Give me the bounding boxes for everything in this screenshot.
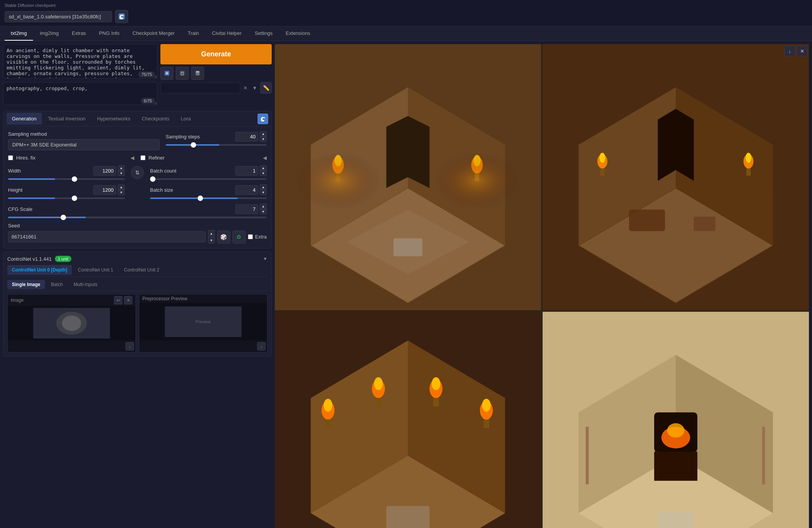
- batch-size-slider[interactable]: [150, 197, 267, 199]
- image-cell-1[interactable]: [275, 44, 541, 310]
- checkpoint-refresh-button[interactable]: [115, 10, 128, 23]
- cfg-scale-input[interactable]: [235, 204, 258, 214]
- negative-prompt-input[interactable]: photography, cropped, crop,: [3, 82, 157, 105]
- sub-tab-textual-inversion[interactable]: Textual Inversion: [43, 113, 91, 125]
- batch-size-down-button[interactable]: ▼: [260, 190, 267, 195]
- svg-rect-4: [196, 71, 199, 73]
- sub-tabs-refresh-button[interactable]: [257, 113, 268, 124]
- cfg-up-button[interactable]: ▲: [260, 204, 267, 209]
- style-input[interactable]: [160, 82, 240, 94]
- sampling-method-select[interactable]: DPM++ 3M SDE Exponential: [8, 139, 160, 150]
- delete-style-button[interactable]: [176, 67, 189, 80]
- image-grid: [275, 44, 809, 528]
- hires-fix-collapse[interactable]: ◀: [130, 155, 134, 161]
- image-cell-4[interactable]: [543, 312, 809, 528]
- batch-count-input[interactable]: [235, 166, 258, 176]
- tab-checkpoint-merger[interactable]: Checkpoint Merger: [126, 26, 181, 41]
- sub-tab-lora[interactable]: Lora: [175, 113, 196, 125]
- style-edit-button[interactable]: ✏️: [260, 82, 272, 94]
- sub-tab-checkpoints[interactable]: Checkpoints: [137, 113, 175, 125]
- swap-dimensions-button[interactable]: ⇅: [131, 166, 144, 179]
- tab-png-info[interactable]: PNG Info: [93, 26, 125, 41]
- cn-image-download-button[interactable]: ↓: [125, 342, 134, 350]
- cn-image-label: Image ↩ ✕: [8, 294, 135, 306]
- width-slider[interactable]: [8, 178, 125, 180]
- style-dropdown-button[interactable]: ▼: [251, 84, 259, 92]
- cn-single-image-tab[interactable]: Single Image: [7, 280, 45, 289]
- height-up-button[interactable]: ▲: [118, 184, 125, 190]
- refiner-label: Refiner: [149, 155, 165, 161]
- checkpoint-label: Stable Diffusion checkpoint: [5, 3, 807, 8]
- svg-rect-63: [586, 427, 589, 484]
- sampling-method-label: Sampling method: [8, 131, 160, 137]
- svg-text:Preview: Preview: [196, 319, 211, 324]
- svg-rect-62: [654, 452, 698, 481]
- hires-fix-label: Hires. fix: [16, 155, 36, 161]
- seed-extra-label: Extra: [255, 234, 267, 240]
- svg-marker-32: [658, 109, 694, 181]
- sub-tab-generation[interactable]: Generation: [7, 113, 42, 125]
- svg-point-56: [482, 399, 491, 412]
- sub-tab-hypernetworks[interactable]: Hypernetworks: [92, 113, 136, 125]
- cfg-scale-label: CFG Scale: [8, 206, 33, 212]
- refiner-checkbox[interactable]: [140, 155, 145, 160]
- svg-point-50: [374, 377, 383, 390]
- width-down-button[interactable]: ▼: [118, 171, 125, 176]
- sampling-steps-input[interactable]: [235, 132, 258, 141]
- seed-recycle-button[interactable]: ♻: [233, 230, 246, 243]
- image-cell-2[interactable]: [543, 44, 809, 310]
- width-input[interactable]: [93, 166, 116, 176]
- batch-count-up-button[interactable]: ▲: [260, 165, 267, 171]
- cn-preview-download-button[interactable]: ↓: [257, 342, 266, 350]
- cn-image-clear-button[interactable]: ✕: [124, 296, 132, 304]
- tab-civitai-helper[interactable]: Civitai Helper: [206, 26, 248, 41]
- seed-extra-checkbox[interactable]: [248, 234, 253, 239]
- width-up-button[interactable]: ▲: [118, 165, 125, 171]
- batch-count-slider[interactable]: [150, 178, 267, 180]
- seed-up-button[interactable]: ▲: [208, 230, 215, 237]
- positive-prompt-input[interactable]: An ancient, dimly lit chamber with ornat…: [3, 44, 157, 79]
- steps-down-button[interactable]: ▼: [260, 137, 267, 142]
- tab-img2img[interactable]: img2img: [34, 26, 65, 41]
- batch-size-input[interactable]: [235, 185, 258, 195]
- cn-preprocessor-label: Preprocessor Preview: [139, 294, 267, 303]
- grid-close-button[interactable]: ✕: [797, 46, 807, 56]
- cn-multi-inputs-tab[interactable]: Multi-Inputs: [69, 280, 102, 289]
- seed-input[interactable]: [8, 231, 206, 242]
- checkpoint-select[interactable]: sd_xl_base_1.0.safetensors [31e35c80fc]: [5, 11, 112, 22]
- controlnet-collapse-button[interactable]: ▼: [263, 256, 267, 262]
- cn-tab-unit0[interactable]: ControlNet Unit 0 [Depth]: [7, 265, 72, 275]
- tab-extras[interactable]: Extras: [66, 26, 92, 41]
- cfg-slider[interactable]: [8, 217, 267, 218]
- grid-download-button[interactable]: ↓: [784, 46, 795, 56]
- height-input[interactable]: [93, 185, 116, 195]
- seed-down-button[interactable]: ▼: [208, 237, 215, 243]
- refiner-collapse[interactable]: ◀: [263, 155, 267, 161]
- cn-image-undo-button[interactable]: ↩: [114, 296, 122, 304]
- generate-button[interactable]: Generate: [160, 44, 272, 64]
- tab-train[interactable]: Train: [182, 26, 205, 41]
- batch-size-up-button[interactable]: ▲: [260, 184, 267, 190]
- sampling-steps-slider[interactable]: [166, 144, 267, 146]
- height-slider[interactable]: [8, 197, 125, 199]
- seed-dice-button[interactable]: 🎲: [217, 230, 230, 243]
- cn-tab-unit2[interactable]: ControlNet Unit 2: [119, 265, 164, 275]
- svg-point-37: [599, 153, 605, 163]
- cn-batch-tab[interactable]: Batch: [46, 280, 68, 289]
- cn-tab-unit1[interactable]: ControlNet Unit 1: [73, 265, 118, 275]
- svg-point-8: [62, 316, 81, 331]
- svg-rect-57: [386, 506, 430, 528]
- cfg-down-button[interactable]: ▼: [260, 209, 267, 214]
- save-style-button[interactable]: [191, 67, 204, 80]
- svg-marker-17: [386, 116, 430, 188]
- tab-settings[interactable]: Settings: [249, 26, 279, 41]
- steps-up-button[interactable]: ▲: [260, 131, 267, 137]
- hires-fix-checkbox[interactable]: [8, 155, 13, 160]
- tab-txt2img[interactable]: txt2img: [5, 26, 33, 41]
- image-cell-3[interactable]: [275, 312, 541, 528]
- height-down-button[interactable]: ▼: [118, 190, 125, 195]
- style-clear-button[interactable]: ✕: [242, 84, 249, 92]
- batch-count-down-button[interactable]: ▼: [260, 171, 267, 176]
- tab-extensions[interactable]: Extensions: [280, 26, 317, 41]
- apply-style-button[interactable]: [160, 67, 173, 80]
